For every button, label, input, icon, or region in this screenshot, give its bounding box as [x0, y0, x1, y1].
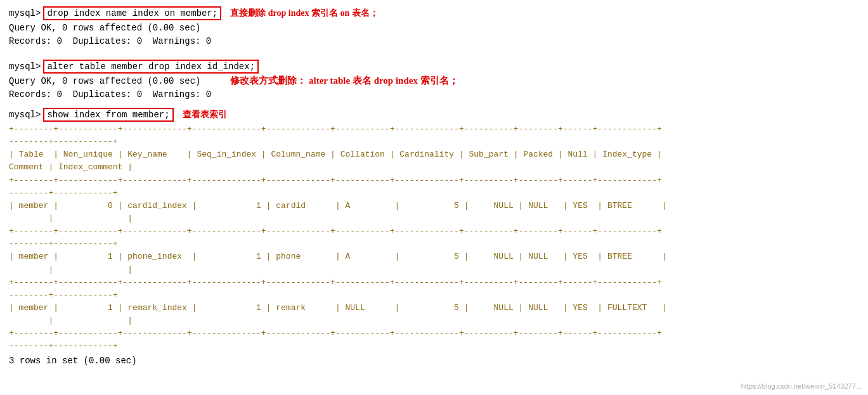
drop-index-output-1: Query OK, 0 rows affected (0.00 sec) — [9, 22, 859, 35]
alter-drop-annotation: 修改表方式删除： alter table 表名 drop index 索引名； — [230, 75, 458, 86]
prompt-1: mysql> — [9, 8, 41, 18]
drop-index-section: mysql> drop index name index on member; … — [9, 6, 859, 48]
show-index-annotation: 查看表索引 — [183, 109, 227, 120]
drop-index-annotation: 直接删除 drop index 索引名 on 表名； — [230, 8, 379, 19]
alter-drop-command: alter table member drop index id_index; — [43, 60, 259, 74]
show-index-section: mysql> show index from member; 查看表索引 +--… — [9, 108, 859, 368]
show-index-cmd-line: mysql> show index from member; 查看表索引 — [9, 108, 859, 122]
prompt-2: mysql> — [9, 62, 41, 72]
alter-drop-section: mysql> alter table member drop index id_… — [9, 60, 859, 101]
drop-index-cmd-line: mysql> drop index name index on member; … — [9, 6, 859, 20]
table-output: +--------+------------+-------------+---… — [9, 123, 859, 353]
show-index-footer: 3 rows in set (0.00 sec) — [9, 354, 859, 368]
watermark: https://blog.csdn.net/weixin_5143277... — [741, 382, 862, 390]
alter-drop-cmd-line: mysql> alter table member drop index id_… — [9, 60, 859, 74]
drop-index-command: drop index name index on member; — [43, 6, 221, 20]
alter-drop-output-1: Query OK, 0 rows affected (0.00 sec) — [9, 75, 211, 88]
show-index-command: show index from member; — [43, 108, 173, 122]
prompt-3: mysql> — [9, 110, 41, 120]
drop-index-output-2: Records: 0 Duplicates: 0 Warnings: 0 — [9, 35, 859, 48]
alter-drop-output-2: Records: 0 Duplicates: 0 Warnings: 0 — [9, 88, 211, 101]
